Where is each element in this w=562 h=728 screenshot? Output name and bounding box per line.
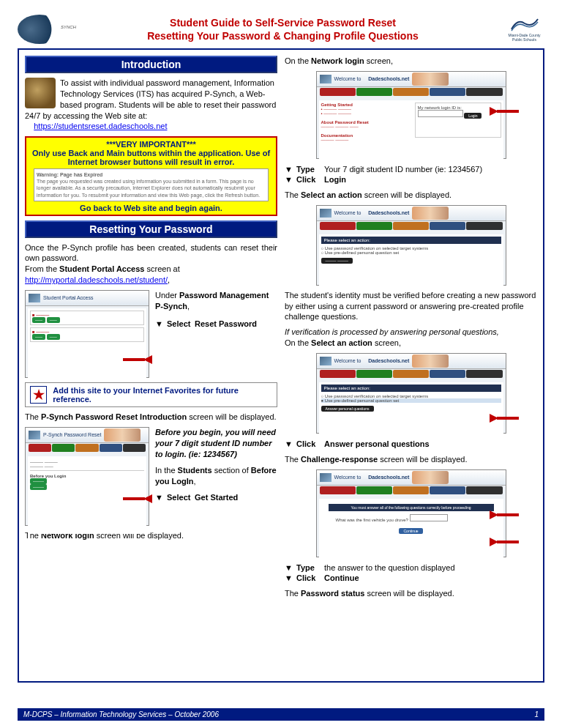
- if-verification-text: If verification is processed by answerin…: [285, 327, 537, 349]
- portal-link[interactable]: http://myportal.dadeschools.net/student/: [25, 275, 168, 284]
- warning-body: Only use Back and Main buttons within th…: [29, 149, 273, 166]
- reset-site-link[interactable]: https://studentsreset.dadeschools.net: [34, 122, 167, 130]
- type-click-continue: ▼Typethe answer to the question displaye…: [285, 562, 537, 584]
- section-title-intro: Introduction: [25, 56, 277, 73]
- on-network-login: On the Network login screen,: [285, 56, 537, 67]
- warning-box: ***VERY IMPORTANT*** Only use Back and M…: [25, 136, 277, 215]
- down-triangle-icon: ▼: [155, 493, 164, 502]
- challenge-response-line: The Challenge-response screen will be di…: [285, 454, 537, 465]
- screenshot-challenge-response: Welcome to Dadeschools.net You must answ…: [316, 469, 506, 557]
- section-title-reset: Resetting Your Password: [25, 220, 277, 238]
- select-action-line: The Select an action screen will be disp…: [285, 190, 537, 201]
- under-password-mgmt: Under Password Management P-Synch, ▼ Sel…: [155, 290, 277, 330]
- screenshot-network-login: Welcome to Dadeschools.net Getting Start…: [316, 71, 506, 159]
- portal-screenshot-row: Student Portal Access ■ ——— —— —— ■ ——— …: [25, 290, 277, 378]
- screenshot-psynch-intro: P-Synch Password Reset ——— —————— —— Bef…: [25, 427, 149, 526]
- down-triangle-icon: ▼: [155, 319, 164, 328]
- psynch-screenshot-row: P-Synch Password Reset ——— —————— —— Bef…: [25, 427, 277, 526]
- mdcps-logo: Miami-Dade County Public Schools: [504, 15, 544, 44]
- psynch-logo-icon: [18, 15, 61, 44]
- title-line2: Resetting Your Password & Changing Profi…: [69, 29, 497, 42]
- click-answer-row: ▼ClickAnswer personal questions: [285, 439, 537, 448]
- right-column: On the Network login screen, Welcome to …: [285, 56, 537, 675]
- keys-icon: [25, 78, 56, 108]
- identity-verify-text: The student's identity must be verified …: [285, 290, 537, 323]
- page: Student Guide to Self-Service Password R…: [0, 0, 562, 728]
- page-title: Student Guide to Self-Service Password R…: [69, 16, 497, 42]
- left-column: Introduction To assist with individual p…: [25, 56, 277, 675]
- before-begin-block: Before you begin, you will need your 7 d…: [155, 427, 277, 503]
- header: Student Guide to Self-Service Password R…: [18, 15, 544, 44]
- reset-intro: Once the P-Synch profile has been create…: [25, 242, 277, 286]
- screenshot-student-portal: Student Portal Access ■ ——— —— —— ■ ——— …: [25, 290, 149, 378]
- star-icon: ★: [30, 386, 47, 404]
- type-click-login: ▼TypeYour 7 digit student ID number (ie:…: [285, 163, 537, 185]
- password-status-line: The Password status screen will be displ…: [285, 588, 537, 599]
- title-line1: Student Guide to Self-Service Password R…: [69, 16, 497, 29]
- warning-footer: Go back to Web site and begin again.: [29, 204, 273, 212]
- warning-header: ***VERY IMPORTANT***: [29, 140, 273, 149]
- screenshot-select-action-1: Welcome to Dadeschools.net Please select…: [316, 205, 506, 286]
- footer-bar: M-DCPS – Information Technology Services…: [18, 708, 544, 721]
- main-content: Introduction To assist with individual p…: [18, 48, 544, 683]
- psynch-intro-line: The P-Synch Password Reset Introduction …: [25, 412, 277, 423]
- favorites-tip: ★ Add this site to your Internet Favorit…: [25, 382, 277, 407]
- footer-text: M-DCPS – Information Technology Services…: [23, 710, 219, 718]
- warning-inner-panel: Warning: Page has Expired The page you r…: [34, 168, 269, 201]
- wave-icon: [510, 15, 539, 33]
- page-number: 1: [534, 710, 539, 718]
- intro-paragraph: To assist with individual password manag…: [25, 78, 277, 132]
- screenshot-select-action-2: Welcome to Dadeschools.net Please select…: [316, 353, 506, 434]
